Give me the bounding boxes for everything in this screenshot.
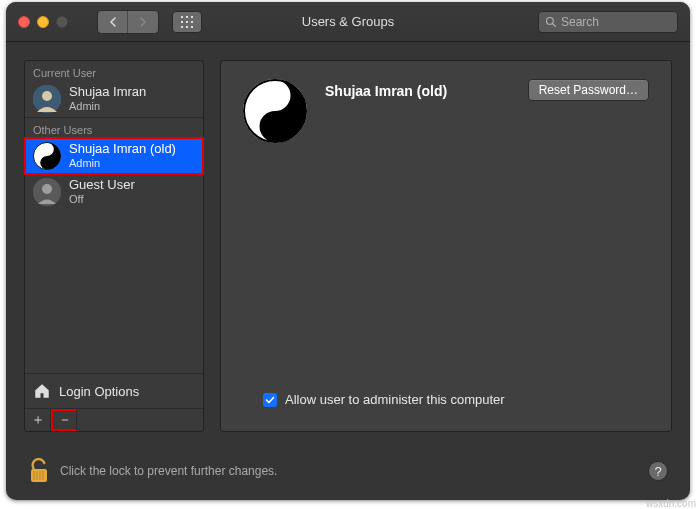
search-input[interactable] <box>561 15 671 29</box>
nav-arrows <box>97 10 159 34</box>
svg-rect-7 <box>186 26 188 28</box>
allow-admin-row[interactable]: Allow user to administer this computer <box>243 392 649 413</box>
user-name: Guest User <box>69 178 135 193</box>
svg-point-20 <box>270 122 280 132</box>
svg-rect-5 <box>191 21 193 23</box>
yin-yang-icon <box>243 79 307 143</box>
current-user-section-label: Current User <box>25 61 203 81</box>
search-icon <box>545 16 557 28</box>
lock-footer: Click the lock to prevent further change… <box>28 458 668 484</box>
svg-point-15 <box>45 161 49 165</box>
user-role: Admin <box>69 157 176 170</box>
svg-point-12 <box>42 91 52 101</box>
allow-admin-checkbox[interactable] <box>263 393 277 407</box>
svg-rect-0 <box>181 16 183 18</box>
allow-admin-label: Allow user to administer this computer <box>285 392 505 407</box>
lock-icon[interactable] <box>28 458 50 484</box>
user-name: Shujaa Imran <box>69 85 146 100</box>
add-remove-bar: ＋ － <box>25 408 203 431</box>
svg-rect-2 <box>191 16 193 18</box>
forward-button[interactable] <box>128 11 158 33</box>
search-field[interactable] <box>538 11 678 33</box>
svg-rect-6 <box>181 26 183 28</box>
back-button[interactable] <box>98 11 128 33</box>
svg-rect-8 <box>191 26 193 28</box>
user-role: Off <box>69 193 135 206</box>
svg-point-19 <box>270 91 280 101</box>
minimize-window-button[interactable] <box>37 16 49 28</box>
svg-rect-4 <box>186 21 188 23</box>
users-sidebar: Current User Shujaa Imran Admin Other Us… <box>24 60 204 432</box>
svg-point-17 <box>42 184 52 194</box>
avatar <box>33 142 61 170</box>
window-controls <box>18 16 68 28</box>
user-avatar-large[interactable] <box>243 79 307 143</box>
preferences-window: Users & Groups Current User Shujaa Imran… <box>6 2 690 500</box>
svg-rect-21 <box>31 469 47 482</box>
sidebar-other-user-selected[interactable]: Shujaa Imran (old) Admin <box>25 138 203 174</box>
close-window-button[interactable] <box>18 16 30 28</box>
house-icon <box>33 382 51 400</box>
yin-yang-icon <box>33 142 61 170</box>
svg-rect-1 <box>186 16 188 18</box>
user-display-name: Shujaa Imran (old) <box>325 79 510 99</box>
login-options-label: Login Options <box>59 384 139 399</box>
show-all-button[interactable] <box>172 11 202 33</box>
user-name: Shujaa Imran (old) <box>69 142 176 157</box>
sidebar-current-user[interactable]: Shujaa Imran Admin <box>25 81 203 117</box>
add-user-button[interactable]: ＋ <box>25 409 51 431</box>
login-options-row[interactable]: Login Options <box>25 373 203 408</box>
svg-rect-3 <box>181 21 183 23</box>
lock-hint-text: Click the lock to prevent further change… <box>60 464 277 478</box>
svg-line-10 <box>553 24 556 27</box>
remove-user-button[interactable]: － <box>51 409 77 431</box>
reset-password-button[interactable]: Reset Password… <box>528 79 649 101</box>
other-users-section-label: Other Users <box>25 118 203 138</box>
titlebar: Users & Groups <box>6 2 690 42</box>
content-area: Current User Shujaa Imran Admin Other Us… <box>6 42 690 450</box>
zoom-window-button[interactable] <box>56 16 68 28</box>
sidebar-guest-user[interactable]: Guest User Off <box>25 174 203 210</box>
help-button[interactable]: ? <box>648 461 668 481</box>
user-role: Admin <box>69 100 146 113</box>
svg-point-14 <box>45 147 49 151</box>
user-detail-panel: Shujaa Imran (old) Reset Password… Allow… <box>220 60 672 432</box>
avatar <box>33 85 61 113</box>
avatar <box>33 178 61 206</box>
watermark: wsxdn.com <box>646 498 696 509</box>
